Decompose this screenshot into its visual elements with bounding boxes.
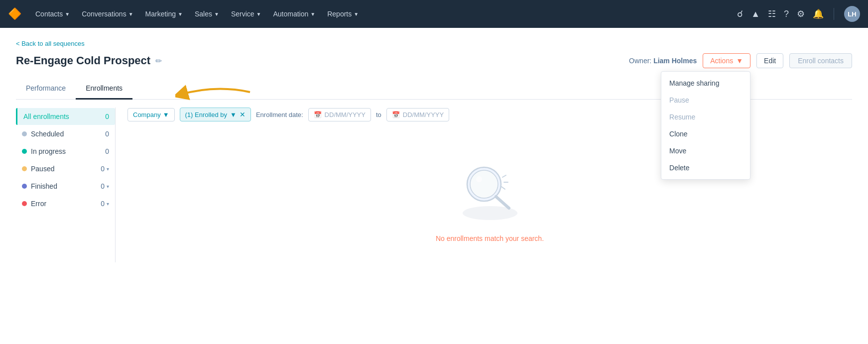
nav-label-reports: Reports — [327, 10, 352, 18]
status-dot-orange — [22, 166, 27, 171]
nav-label-automation: Automation — [273, 10, 308, 18]
search-icon[interactable]: ☌ — [737, 8, 743, 19]
nav-item-reports[interactable]: Reports▼ — [321, 6, 365, 22]
nav-label-sales: Sales — [195, 10, 212, 18]
chevron-icon: ▼ — [178, 11, 183, 17]
sidebar-item-label: Paused — [31, 165, 54, 173]
status-dot-grey — [22, 131, 27, 136]
header-actions: Owner: Liam Holmes Actions ▼ Manage shar… — [629, 53, 852, 68]
svg-line-5 — [502, 175, 506, 177]
date-from-input[interactable]: 📅 DD/MM/YYYY — [308, 108, 371, 121]
back-link[interactable]: < Back to all sequences — [16, 40, 852, 47]
empty-state-text: No enrollments match your search. — [436, 234, 544, 242]
sidebar-item-label: Scheduled — [31, 130, 64, 138]
chevron-down-icon: ▼ — [736, 57, 743, 65]
status-dot-blue — [22, 184, 27, 189]
dropdown-item-move[interactable]: Move — [661, 142, 750, 159]
top-navigation: 🔶 Contacts▼Conversations▼Marketing▼Sales… — [0, 0, 868, 28]
sidebar-expand-icon[interactable]: ▾ — [107, 166, 109, 172]
date-to-separator: to — [376, 111, 381, 118]
user-avatar[interactable]: LH — [844, 6, 860, 22]
owner-name: Liam Holmes — [653, 57, 697, 65]
actions-button-container: Actions ▼ Manage sharingPauseResumeClone… — [703, 53, 750, 68]
sidebar-item-label: In progress — [31, 147, 66, 155]
empty-state-illustration — [450, 153, 530, 225]
nav-item-marketing[interactable]: Marketing▼ — [139, 6, 189, 22]
edit-pencil-icon[interactable]: ✏ — [155, 56, 162, 66]
sidebar-item-label: All enrollments — [23, 113, 69, 120]
chevron-icon: ▼ — [256, 11, 261, 17]
nav-item-contacts[interactable]: Contacts▼ — [29, 6, 76, 22]
enrolled-by-filter-tag[interactable]: (1) Enrolled by ▼ ✕ — [180, 108, 251, 121]
help-icon[interactable]: ? — [784, 9, 789, 19]
svg-line-7 — [501, 187, 505, 189]
svg-point-4 — [476, 176, 482, 182]
nav-item-sales[interactable]: Sales▼ — [189, 6, 225, 22]
nav-divider — [834, 8, 834, 20]
dropdown-item-clone[interactable]: Clone — [661, 125, 750, 142]
page-title-row: Re-Engage Cold Prospect ✏ — [16, 54, 162, 67]
svg-line-3 — [496, 197, 509, 208]
chevron-icon: ▼ — [65, 11, 70, 17]
sidebar-item-label: Finished — [31, 182, 57, 190]
hubspot-logo[interactable]: 🔶 — [8, 7, 21, 20]
sidebar-item-in-progress[interactable]: In progress0 — [16, 143, 115, 160]
nav-label-marketing: Marketing — [145, 10, 176, 18]
remove-filter-icon[interactable]: ✕ — [240, 111, 246, 118]
chevron-icon: ▼ — [214, 11, 219, 17]
calendar-icon: 📅 — [314, 111, 322, 118]
page-header: Re-Engage Cold Prospect ✏ Owner: Liam Ho… — [16, 53, 852, 68]
sidebar-item-label: Error — [31, 200, 46, 208]
nav-label-contacts: Contacts — [35, 10, 63, 18]
marketplace-icon[interactable]: ☷ — [768, 8, 776, 19]
date-label: Enrollment date: — [256, 111, 303, 118]
sidebar-item-count: 0 — [105, 147, 109, 155]
dropdown-item-delete[interactable]: Delete — [661, 159, 750, 176]
nav-label-conversations: Conversations — [82, 10, 126, 18]
nav-item-service[interactable]: Service▼ — [225, 6, 267, 22]
actions-dropdown-menu: Manage sharingPauseResumeCloneMoveDelete — [661, 71, 750, 180]
date-to-value: DD/MM/YYYY — [403, 111, 444, 118]
page-title: Re-Engage Cold Prospect — [16, 54, 150, 67]
sidebar-expand-icon[interactable]: ▾ — [107, 201, 109, 207]
tab-performance[interactable]: Performance — [16, 78, 76, 100]
date-from-value: DD/MM/YYYY — [325, 111, 366, 118]
status-dot-teal — [22, 149, 27, 154]
chevron-icon: ▼ — [128, 11, 133, 17]
dropdown-item-pause: Pause — [661, 92, 750, 109]
sidebar-item-paused[interactable]: Paused0▾ — [16, 160, 115, 177]
upgrade-icon[interactable]: ▲ — [751, 9, 760, 19]
main-content: < Back to all sequences Re-Engage Cold P… — [0, 28, 868, 274]
nav-item-automation[interactable]: Automation▼ — [267, 6, 321, 22]
arrow-annotation — [175, 80, 255, 105]
edit-button[interactable]: Edit — [756, 53, 783, 68]
sidebar-expand-icon[interactable]: ▾ — [107, 184, 109, 189]
sidebar-item-error[interactable]: Error0▾ — [16, 195, 115, 212]
sidebar-item-count: 0 — [105, 130, 109, 138]
company-filter-button[interactable]: Company ▼ — [127, 108, 175, 121]
chevron-down-icon: ▼ — [163, 111, 169, 118]
sidebar-item-all-enrollments[interactable]: All enrollments0 — [16, 108, 115, 125]
date-to-input[interactable]: 📅 DD/MM/YYYY — [386, 108, 449, 121]
chevron-icon: ▼ — [354, 11, 359, 17]
enrollment-sidebar: All enrollments0Scheduled0In progress0Pa… — [16, 108, 116, 262]
calendar-icon: 📅 — [392, 111, 400, 118]
sidebar-item-count: 0 — [101, 165, 105, 173]
sidebar-item-scheduled[interactable]: Scheduled0 — [16, 125, 115, 142]
dropdown-item-manage-sharing[interactable]: Manage sharing — [661, 75, 750, 92]
nav-item-conversations[interactable]: Conversations▼ — [76, 6, 139, 22]
dropdown-item-resume: Resume — [661, 109, 750, 125]
nav-label-service: Service — [231, 10, 254, 18]
chevron-down-icon: ▼ — [230, 111, 237, 118]
settings-icon[interactable]: ⚙ — [797, 8, 805, 19]
sidebar-item-count: 0 — [105, 113, 109, 120]
tab-enrollments[interactable]: Enrollments — [76, 78, 132, 100]
sidebar-item-finished[interactable]: Finished0▾ — [16, 178, 115, 195]
enroll-contacts-button[interactable]: Enroll contacts — [789, 53, 852, 68]
notifications-icon[interactable]: 🔔 — [813, 8, 824, 19]
actions-button[interactable]: Actions ▼ — [703, 53, 750, 68]
owner-label: Owner: Liam Holmes — [629, 57, 697, 65]
sidebar-item-count: 0 — [101, 182, 105, 190]
status-dot-red — [22, 201, 27, 206]
chevron-icon: ▼ — [310, 11, 315, 17]
